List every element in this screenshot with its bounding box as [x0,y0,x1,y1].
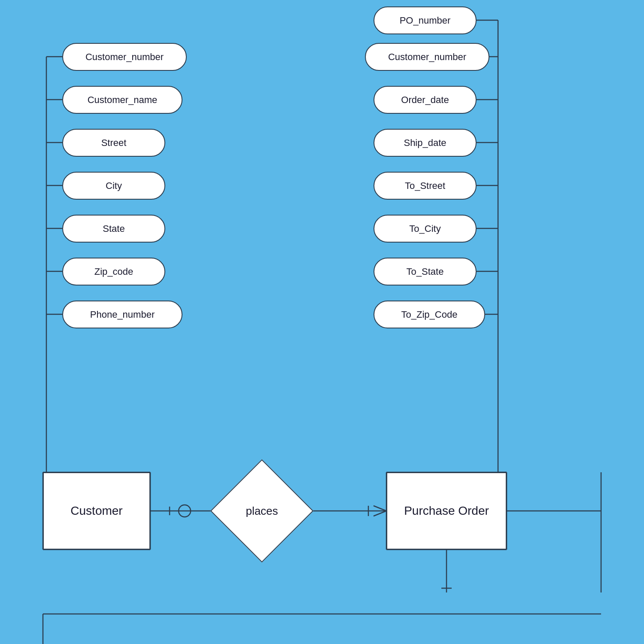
purchase-order-entity: Purchase Order [386,472,507,550]
svg-line-33 [374,506,386,511]
customer-number-attr: Customer_number [62,43,187,71]
places-relationship: places [219,468,305,554]
po-number-attr: PO_number [374,6,477,34]
phone-number-attr: Phone_number [62,301,182,328]
svg-line-34 [374,511,386,516]
er-diagram: Customer_number Customer_name Street Cit… [0,0,644,644]
po-customer-number-attr: Customer_number [365,43,489,71]
customer-entity: Customer [43,472,150,550]
svg-point-31 [179,505,191,517]
zip-code-attr: Zip_code [62,258,165,286]
city-attr: City [62,172,165,200]
to-state-attr: To_State [374,258,477,286]
customer-name-attr: Customer_name [62,86,182,114]
ship-date-attr: Ship_date [374,129,477,157]
street-attr: Street [62,129,165,157]
to-city-attr: To_City [374,215,477,243]
to-zip-code-attr: To_Zip_Code [374,301,485,328]
relationship-label: places [246,504,278,518]
state-attr: State [62,215,165,243]
to-street-attr: To_Street [374,172,477,200]
order-date-attr: Order_date [374,86,477,114]
